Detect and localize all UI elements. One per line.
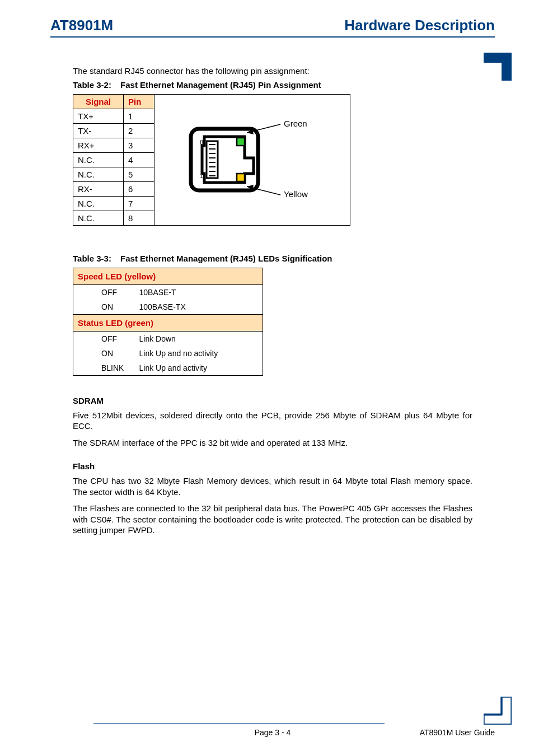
cell-pin: 5 [124, 167, 154, 181]
table-3-3-label: Table 3-3: [73, 254, 111, 263]
header-product: AT8901M [50, 17, 113, 34]
cell-signal: RX+ [73, 138, 124, 152]
cell-pin: 2 [124, 123, 154, 138]
cell-state: OFF [73, 331, 135, 346]
page-header: AT8901M Hardware Description [50, 17, 495, 34]
th-signal: Signal [73, 94, 124, 109]
svg-rect-5 [207, 141, 218, 178]
cell-state: ON [73, 346, 135, 361]
cell-signal: TX+ [73, 109, 124, 123]
led-signification-table: Speed LED (yellow) OFF10BASE-T ON100BASE… [73, 268, 263, 376]
speed-led-header: Speed LED (yellow) [73, 268, 263, 284]
sdram-heading: SDRAM [73, 396, 472, 405]
cell-pin: 7 [124, 196, 154, 211]
flash-heading: Flash [73, 461, 472, 471]
cell-state: BLINK [73, 361, 135, 376]
cell-signal: RX- [73, 181, 124, 196]
svg-text:8: 8 [200, 139, 203, 146]
table-3-3-caption: Table 3-3: Fast Ethernet Management (RJ4… [73, 254, 472, 263]
rj45-diagram-cell: Green Yellow [154, 94, 350, 225]
table-3-2-label: Table 3-2: [73, 80, 111, 90]
rj45-connector-icon: Green Yellow [174, 112, 331, 207]
cell-pin: 4 [124, 152, 154, 167]
svg-rect-14 [237, 138, 245, 146]
table-row: ON100BASE-TX [73, 300, 263, 315]
svg-text:1: 1 [200, 172, 203, 179]
flash-para-2: The Flashes are connected to the 32 bit … [73, 503, 472, 536]
status-led-header: Status LED (green) [73, 314, 263, 331]
flash-para-1: The CPU has two 32 Mbyte Flash Memory de… [73, 475, 472, 497]
table-3-2-title: Fast Ethernet Management (RJ45) Pin Assi… [120, 80, 321, 90]
header-rule [50, 36, 495, 38]
corner-mark-icon [484, 53, 512, 81]
table-row: OFFLink Down [73, 331, 263, 346]
table-3-2-caption: Table 3-2: Fast Ethernet Management (RJ4… [73, 80, 472, 90]
green-label: Green [284, 119, 307, 128]
table-row: BLINKLink Up and activity [73, 361, 263, 376]
intro-paragraph: The standard RJ45 connector has the foll… [73, 66, 472, 77]
footer-page-number: Page 3 - 4 [50, 728, 495, 737]
table-3-3-title: Fast Ethernet Management (RJ45) LEDs Sig… [120, 254, 332, 263]
sdram-para-2: The SDRAM interface of the PPC is 32 bit… [73, 437, 472, 449]
svg-rect-15 [237, 174, 245, 181]
cell-meaning: 100BASE-TX [135, 300, 263, 315]
cell-state: ON [73, 300, 135, 315]
cell-signal: TX- [73, 123, 124, 138]
cell-pin: 6 [124, 181, 154, 196]
cell-signal: N.C. [73, 211, 124, 225]
page-footer: Page 3 - 4 AT8901M User Guide [50, 723, 495, 737]
corner-mark-bottom-icon [484, 697, 512, 725]
th-pin: Pin [124, 94, 154, 109]
cell-meaning: 10BASE-T [135, 284, 263, 300]
table-row: OFF10BASE-T [73, 284, 263, 300]
header-section: Hardware Description [344, 17, 495, 34]
footer-rule [93, 723, 385, 724]
cell-state: OFF [73, 284, 135, 300]
cell-signal: N.C. [73, 167, 124, 181]
cell-signal: N.C. [73, 196, 124, 211]
cell-meaning: Link Down [135, 331, 263, 346]
cell-signal: N.C. [73, 152, 124, 167]
cell-pin: 1 [124, 109, 154, 123]
table-row: ONLink Up and no activity [73, 346, 263, 361]
yellow-label: Yellow [284, 189, 308, 199]
sdram-para-1: Five 512Mbit devices, soldered directly … [73, 410, 472, 432]
cell-meaning: Link Up and no activity [135, 346, 263, 361]
cell-meaning: Link Up and activity [135, 361, 263, 376]
cell-pin: 8 [124, 211, 154, 225]
cell-pin: 3 [124, 138, 154, 152]
pin-assignment-table: Signal Pin Green Yellow [73, 94, 350, 226]
